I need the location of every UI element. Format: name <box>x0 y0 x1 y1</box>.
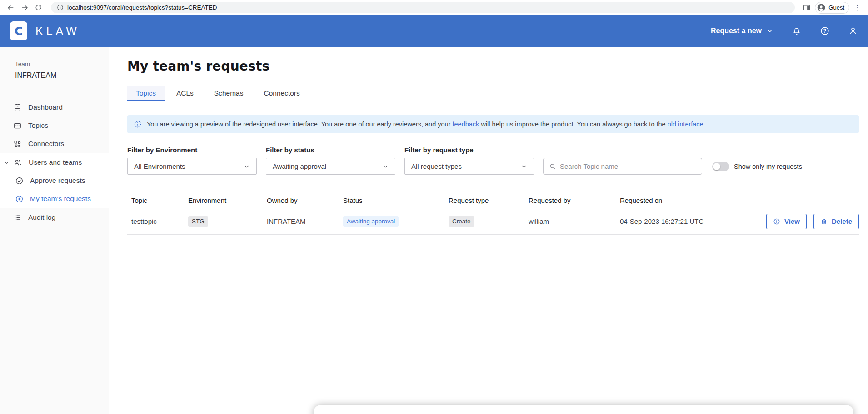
environment-select[interactable]: All Environments <box>127 158 257 175</box>
requested-on-cell: 04-Sep-2023 16:27:21 UTC <box>620 217 747 225</box>
owned-by-cell: INFRATEAM <box>267 217 343 225</box>
bottom-sheet-shadow <box>314 405 853 414</box>
search-icon <box>549 163 556 170</box>
sidebar-item-label: Topics <box>28 121 48 130</box>
back-icon[interactable] <box>5 2 16 13</box>
check-circle-icon <box>15 177 24 185</box>
tab-label: ACLs <box>176 89 194 97</box>
delete-button-label: Delete <box>832 217 852 225</box>
request-type-chip: Create <box>449 216 474 227</box>
delete-button[interactable]: Delete <box>813 214 859 229</box>
topics-icon <box>13 121 22 130</box>
environment-select-value: All Environments <box>134 162 185 170</box>
tab-schemas[interactable]: Schemas <box>205 86 252 101</box>
status-select[interactable]: Awaiting approval <box>266 158 395 175</box>
tab-connectors[interactable]: Connectors <box>255 86 308 101</box>
banner-text: You are viewing a preview of the redesig… <box>147 121 705 128</box>
tab-bar: Topics ACLs Schemas Connectors <box>127 86 859 101</box>
request-a-new-label: Request a new <box>711 27 762 35</box>
team-label: Team <box>15 61 109 67</box>
banner-text-post: . <box>703 121 705 128</box>
filter-row: Filter by Environment All Environments F… <box>127 146 859 175</box>
show-only-my-requests-label: Show only my requests <box>734 163 802 170</box>
connectors-icon <box>13 140 22 148</box>
info-icon <box>134 120 142 128</box>
environment-chip: STG <box>188 216 208 227</box>
column-header-environment: Environment <box>188 197 267 204</box>
topic-search[interactable] <box>543 158 702 175</box>
toggle-knob <box>713 163 720 170</box>
page-title: My team's requests <box>127 59 859 74</box>
klaw-logo-letter: C <box>15 25 23 38</box>
sidebar-item-audit-log[interactable]: Audit log <box>0 208 109 227</box>
banner-text-mid: will help us improve the product. You ca… <box>479 121 667 128</box>
users-icon <box>14 158 22 167</box>
sidebar-item-connectors[interactable]: Connectors <box>0 135 109 153</box>
profile-name: Guest <box>828 4 844 11</box>
filter-request-type-label: Filter by request type <box>404 146 534 154</box>
sidebar-item-label: My team's requests <box>30 195 91 203</box>
banner-text-pre: You are viewing a preview of the redesig… <box>147 121 453 128</box>
plus-circle-icon <box>15 195 24 203</box>
site-info-icon[interactable] <box>56 4 64 11</box>
sidebar-item-my-teams-requests[interactable]: My team's requests <box>0 190 109 208</box>
request-type-select[interactable]: All request types <box>404 158 534 175</box>
browser-profile-chip[interactable]: Guest <box>815 2 849 14</box>
notifications-bell-icon[interactable] <box>792 26 802 36</box>
chevron-down-icon <box>521 163 527 170</box>
filter-environment-label: Filter by Environment <box>127 146 257 154</box>
team-name: INFRATEAM <box>15 71 109 80</box>
status-chip: Awaiting approval <box>343 216 399 227</box>
show-only-my-requests-toggle[interactable] <box>712 162 729 171</box>
column-header-status: Status <box>343 197 449 204</box>
list-icon <box>13 213 22 222</box>
forward-icon[interactable] <box>19 2 30 13</box>
sidebar-item-label: Approve requests <box>30 177 85 185</box>
column-header-request-type: Request type <box>449 197 529 204</box>
chevron-down-icon <box>766 27 773 35</box>
sidebar-item-label: Connectors <box>28 140 64 148</box>
column-header-requested-on: Requested on <box>620 197 747 204</box>
tab-acls[interactable]: ACLs <box>168 86 202 101</box>
old-interface-link[interactable]: old interface <box>668 121 703 128</box>
table-header-row: Topic Environment Owned by Status Reques… <box>127 195 859 208</box>
sidebar-item-topics[interactable]: Topics <box>0 116 109 135</box>
filter-status-label: Filter by status <box>266 146 395 154</box>
status-select-value: Awaiting approval <box>273 162 326 170</box>
main-content: My team's requests Topics ACLs Schemas C… <box>109 47 868 414</box>
request-a-new-button[interactable]: Request a new <box>711 27 773 35</box>
view-button-label: View <box>784 217 800 225</box>
url-bar[interactable]: localhost:9097/coral/requests/topics?sta… <box>51 2 795 13</box>
info-icon <box>773 218 780 225</box>
avatar <box>817 3 826 12</box>
sidebar-item-label: Dashboard <box>28 103 63 111</box>
sidebar-item-users-and-teams[interactable]: Users and teams <box>0 153 109 172</box>
user-profile-icon[interactable] <box>848 26 858 36</box>
sidebar-item-approve-requests[interactable]: Approve requests <box>0 172 109 190</box>
help-icon[interactable] <box>820 26 830 36</box>
trash-icon <box>820 218 828 225</box>
tab-label: Connectors <box>264 89 299 97</box>
column-header-owned-by: Owned by <box>267 197 343 204</box>
browser-toolbar: localhost:9097/coral/requests/topics?sta… <box>0 0 868 15</box>
side-panel-icon[interactable] <box>801 2 812 13</box>
klaw-logo-icon[interactable]: C <box>10 21 27 40</box>
tab-topics[interactable]: Topics <box>127 86 165 101</box>
requests-table: Topic Environment Owned by Status Reques… <box>127 195 859 235</box>
sidebar-item-dashboard[interactable]: Dashboard <box>0 98 109 116</box>
requested-by-cell: william <box>529 217 620 225</box>
sidebar-item-label: Audit log <box>28 213 55 222</box>
browser-menu-icon[interactable]: ⋮ <box>852 6 863 9</box>
request-type-select-value: All request types <box>411 162 462 170</box>
reload-icon[interactable] <box>33 2 44 13</box>
search-input[interactable] <box>560 162 696 170</box>
column-header-topic: Topic <box>131 197 188 204</box>
view-button[interactable]: View <box>766 214 807 229</box>
preview-info-banner: You are viewing a preview of the redesig… <box>127 115 859 133</box>
klaw-logo-text[interactable]: KLAW <box>35 25 80 38</box>
feedback-link[interactable]: feedback <box>453 121 479 128</box>
chevron-down-icon <box>4 160 10 166</box>
sidebar-group-users-and-teams: Users and teams Approve requests My team… <box>0 153 109 208</box>
app-header: C KLAW Request a new <box>0 15 868 47</box>
tab-label: Topics <box>136 89 156 97</box>
